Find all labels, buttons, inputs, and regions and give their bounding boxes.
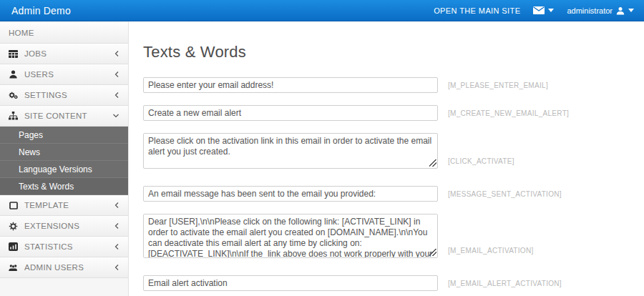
language-key-label: [MESSAGE_SENT_ACTIVATION] — [448, 190, 562, 202]
admin-users-icon — [9, 263, 18, 272]
sidebar-item-jobs[interactable]: JOBS — [0, 44, 128, 64]
form-row: [M_EMAIL_ALERT_ACTIVATION] — [143, 275, 644, 291]
app-title: Admin Demo — [11, 5, 71, 16]
sidebar-item-users[interactable]: USERS — [0, 64, 128, 85]
sidebar-item-site-content[interactable]: SITE CONTENT — [0, 106, 128, 127]
textarea-click-activate[interactable] — [143, 133, 438, 169]
sidebar-nav: HOME JOBS USERS — [0, 21, 129, 296]
form-row: [M_CREATE_NEW_EMAIL_ALERT] — [143, 105, 644, 121]
language-key-label: [M_EMAIL_ALERT_ACTIVATION] — [448, 280, 562, 291]
form-row: [CLICK_ACTIVATE] — [143, 133, 644, 169]
chevron-down-icon — [112, 113, 119, 119]
form-row: [MESSAGE_SENT_ACTIVATION] — [143, 186, 644, 202]
site-content-submenu: Pages News Language Versions Texts & Wor… — [0, 127, 128, 195]
user-icon — [9, 70, 18, 79]
text-field-create-email-alert[interactable] — [143, 105, 438, 121]
text-field-please-enter-email[interactable] — [143, 77, 438, 93]
sidebar-item-home[interactable]: HOME — [0, 23, 128, 44]
text-field-email-alert-activation[interactable] — [143, 275, 438, 291]
chevron-left-icon — [114, 264, 119, 271]
sidebar-item-statistics[interactable]: STATISTICS — [0, 237, 128, 257]
chevron-left-icon — [114, 92, 119, 99]
submenu-item-label: Texts & Words — [19, 182, 74, 192]
sidebar-item-label: SITE CONTENT — [24, 112, 87, 120]
header-actions: OPEN THE MAIN SITE administrator — [434, 6, 634, 15]
envelope-icon — [533, 6, 545, 14]
statistics-icon — [9, 242, 18, 252]
user-icon — [616, 6, 625, 15]
chevron-left-icon — [114, 243, 119, 250]
sidebar-item-label: EXTENSIONS — [24, 222, 79, 230]
username-label: administrator — [567, 6, 613, 15]
chevron-left-icon — [114, 202, 119, 209]
chevron-left-icon — [114, 71, 119, 78]
top-header-bar: Admin Demo OPEN THE MAIN SITE administra… — [0, 0, 644, 21]
sidebar-item-pages[interactable]: Pages — [0, 127, 128, 144]
sitemap-icon — [9, 112, 18, 121]
sidebar-item-language-versions[interactable]: Language Versions — [0, 161, 128, 178]
chevron-left-icon — [114, 222, 119, 230]
language-key-label: [M_PLEASE_ENTER_EMAIL] — [448, 82, 548, 93]
gears-icon — [9, 91, 18, 100]
template-icon — [9, 201, 18, 210]
chevron-left-icon — [114, 50, 119, 57]
sidebar-item-label: STATISTICS — [24, 242, 73, 251]
language-key-label: [M_EMAIL_ACTIVATION] — [448, 247, 534, 258]
textarea-wrapper — [143, 214, 438, 258]
submenu-item-label: Pages — [19, 130, 43, 140]
submenu-item-label: News — [19, 147, 40, 157]
user-dropdown[interactable]: administrator — [567, 6, 634, 15]
sidebar-item-label: TEMPLATE — [24, 201, 69, 209]
chevron-down-icon — [548, 9, 554, 12]
messages-dropdown[interactable] — [533, 6, 554, 14]
textarea-wrapper — [143, 133, 438, 169]
sidebar-item-label: JOBS — [24, 49, 47, 58]
sidebar-item-label: ADMIN USERS — [24, 263, 84, 272]
sidebar-item-settings[interactable]: SETTINGS — [0, 85, 128, 106]
open-main-site-link[interactable]: OPEN THE MAIN SITE — [434, 6, 520, 15]
language-key-label: [M_CREATE_NEW_EMAIL_ALERT] — [448, 109, 569, 121]
extensions-icon — [9, 222, 18, 231]
table-icon — [9, 49, 18, 59]
form-row: [M_EMAIL_ACTIVATION] — [143, 214, 644, 258]
main-content: Texts & Words [M_PLEASE_ENTER_EMAIL] [M_… — [129, 21, 644, 296]
sidebar-item-news[interactable]: News — [0, 144, 128, 161]
sidebar-item-texts-words[interactable]: Texts & Words — [0, 178, 128, 195]
sidebar-item-admin-users[interactable]: ADMIN USERS — [0, 257, 128, 278]
textarea-email-activation[interactable] — [143, 214, 438, 258]
sidebar-item-template[interactable]: TEMPLATE — [0, 195, 128, 216]
text-field-message-sent[interactable] — [143, 186, 438, 202]
sidebar-item-label: SETTINGS — [24, 91, 67, 99]
page-title: Texts & Words — [143, 43, 644, 61]
form-row: [M_PLEASE_ENTER_EMAIL] — [143, 77, 644, 93]
sidebar-item-label: USERS — [24, 70, 54, 79]
language-key-label: [CLICK_ACTIVATE] — [448, 157, 514, 169]
sidebar-item-extensions[interactable]: EXTENSIONS — [0, 216, 128, 237]
sidebar-item-label: HOME — [9, 29, 34, 37]
chevron-down-icon — [628, 9, 634, 12]
submenu-item-label: Language Versions — [19, 164, 92, 174]
